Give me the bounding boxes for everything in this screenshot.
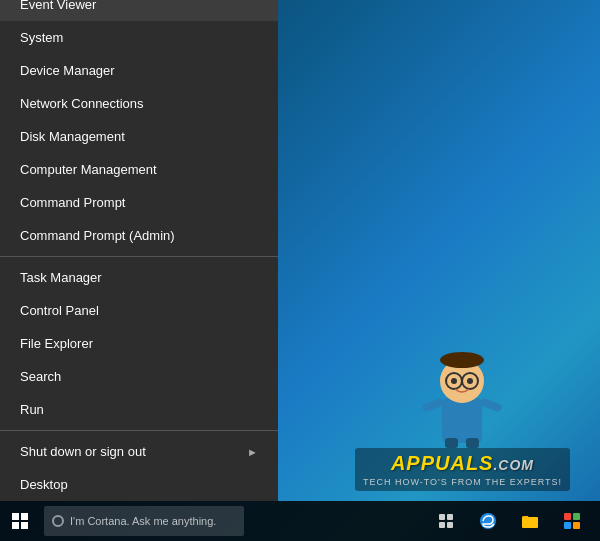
svg-rect-9 — [480, 397, 503, 412]
store-button[interactable] — [552, 501, 592, 541]
cortana-search-bar[interactable]: I'm Cortana. Ask me anything. — [44, 506, 244, 536]
file-explorer-icon — [521, 512, 539, 530]
menu-item-run[interactable]: Run — [0, 393, 278, 426]
svg-rect-20 — [564, 522, 571, 529]
appuals-banner: APPUALS.COM TECH HOW-TO'S FROM THE EXPER… — [355, 448, 570, 491]
menu-item-command-prompt[interactable]: Command Prompt — [0, 186, 278, 219]
start-button[interactable] — [0, 501, 40, 541]
task-view-button[interactable] — [426, 501, 466, 541]
svg-rect-12 — [439, 514, 445, 520]
svg-rect-10 — [445, 438, 458, 448]
svg-rect-13 — [447, 514, 453, 520]
appuals-domain-text: .COM — [493, 457, 534, 473]
file-explorer-button[interactable] — [510, 501, 550, 541]
menu-item-search[interactable]: Search — [0, 360, 278, 393]
svg-rect-18 — [564, 513, 571, 520]
menu-item-event-viewer[interactable]: Event Viewer — [0, 0, 278, 21]
store-icon — [563, 512, 581, 530]
cortana-icon — [52, 515, 64, 527]
appuals-branding: APPUALS.COM TECH HOW-TO'S FROM THE EXPER… — [355, 343, 570, 491]
menu-item-file-explorer[interactable]: File Explorer — [0, 327, 278, 360]
svg-rect-11 — [466, 438, 479, 448]
menu-item-shut-down[interactable]: Shut down or sign out ► — [0, 435, 278, 468]
menu-item-control-panel[interactable]: Control Panel — [0, 294, 278, 327]
menu-item-network-connections[interactable]: Network Connections — [0, 87, 278, 120]
context-menu: Programs and Features Power Options Even… — [0, 0, 278, 501]
svg-point-7 — [467, 378, 473, 384]
menu-item-desktop[interactable]: Desktop — [0, 468, 278, 501]
menu-item-task-manager[interactable]: Task Manager — [0, 261, 278, 294]
menu-divider-1 — [0, 256, 278, 257]
svg-rect-15 — [447, 522, 453, 528]
taskbar-icons-group — [426, 501, 600, 541]
svg-rect-21 — [573, 522, 580, 529]
svg-rect-19 — [573, 513, 580, 520]
edge-icon — [479, 512, 497, 530]
menu-item-command-prompt-admin[interactable]: Command Prompt (Admin) — [0, 219, 278, 252]
menu-item-device-manager[interactable]: Device Manager — [0, 54, 278, 87]
windows-logo-icon — [12, 513, 28, 529]
svg-rect-8 — [422, 397, 445, 412]
svg-point-6 — [451, 378, 457, 384]
svg-rect-14 — [439, 522, 445, 528]
edge-button[interactable] — [468, 501, 508, 541]
svg-rect-0 — [442, 398, 482, 443]
appuals-tagline: TECH HOW-TO'S FROM THE EXPERTS! — [363, 477, 562, 487]
shut-down-arrow-icon: ► — [247, 446, 258, 458]
menu-item-computer-management[interactable]: Computer Management — [0, 153, 278, 186]
taskbar: I'm Cortana. Ask me anything. — [0, 501, 600, 541]
menu-item-disk-management[interactable]: Disk Management — [0, 120, 278, 153]
appuals-mascot-svg — [417, 343, 507, 448]
cortana-placeholder: I'm Cortana. Ask me anything. — [70, 515, 216, 527]
menu-item-system[interactable]: System — [0, 21, 278, 54]
appuals-brand-text: APPUALS — [391, 452, 494, 474]
menu-divider-2 — [0, 430, 278, 431]
svg-rect-17 — [522, 517, 538, 528]
task-view-icon — [438, 513, 454, 529]
svg-point-2 — [440, 352, 484, 368]
